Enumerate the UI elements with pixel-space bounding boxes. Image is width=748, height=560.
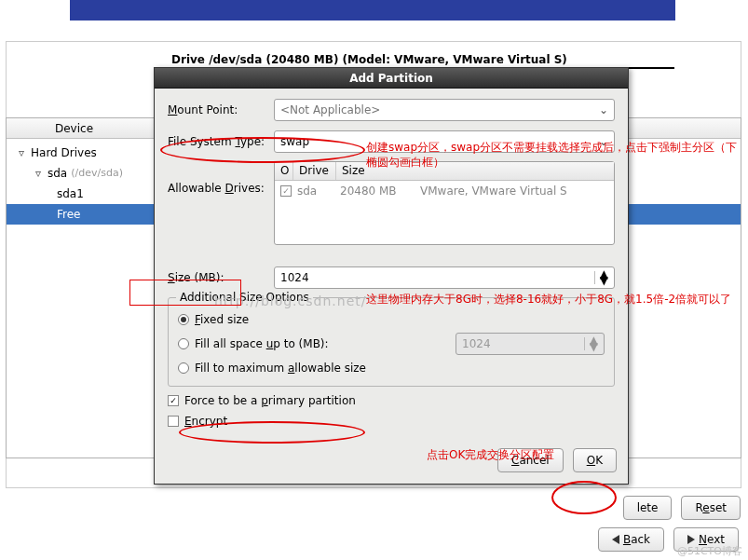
fill-up-to-spinbox: ▲▼ xyxy=(456,333,605,355)
fs-type-row: File System Type: swap ⌄ xyxy=(168,130,615,154)
radio-fill-max-row[interactable]: Fill to maximum allowable size xyxy=(178,356,605,380)
checkbox-label: Force to be a primary partition xyxy=(184,394,356,407)
force-primary-row[interactable]: ✓ Force to be a primary partition xyxy=(168,394,615,407)
drives-table-row[interactable]: ✓ sda 20480 MB VMware, VMware Virtual S xyxy=(275,181,614,201)
col-size: Size xyxy=(336,162,614,180)
size-spinbox[interactable]: ▲▼ xyxy=(274,266,615,289)
tree-label: sda1 xyxy=(57,184,84,204)
fs-type-label: File System Type: xyxy=(168,135,274,148)
size-input[interactable] xyxy=(280,271,594,284)
mount-point-label: Mount Point: xyxy=(168,103,274,116)
allowable-drives-row: Allowable Drives: O Drive Size ✓ sda 204… xyxy=(168,161,615,245)
size-label: Size (MB): xyxy=(168,271,274,284)
checkbox-label: Encrypt xyxy=(184,415,227,428)
cancel-button[interactable]: Cancel xyxy=(497,448,564,472)
col-check: O xyxy=(275,162,293,180)
back-button[interactable]: Back xyxy=(598,527,664,552)
drives-table-header: O Drive Size xyxy=(275,162,614,181)
chevron-down-icon: ⌄ xyxy=(599,135,608,148)
tree-label: Hard Drives xyxy=(31,143,97,163)
encrypt-row[interactable]: Encrypt xyxy=(168,415,615,428)
panel-buttons: lete Reset xyxy=(623,496,741,520)
combo-value: swap xyxy=(280,135,309,148)
tree-label: sda xyxy=(48,163,67,184)
size-row: Size (MB): ▲▼ xyxy=(168,266,615,290)
arrow-left-icon xyxy=(612,535,619,544)
tree-label: Free xyxy=(57,204,80,225)
group-legend: Additional Size Options xyxy=(176,291,313,304)
radio-fill-up-to[interactable] xyxy=(178,338,189,349)
radio-label: Fixed size xyxy=(195,313,249,326)
allowable-drives-table[interactable]: O Drive Size ✓ sda 20480 MB VMware, VMwa… xyxy=(274,161,615,245)
combo-value: <Not Applicable> xyxy=(280,103,380,116)
reset-button[interactable]: Reset xyxy=(681,496,741,520)
arrow-right-icon xyxy=(687,535,695,544)
drive-checkbox[interactable]: ✓ xyxy=(280,185,292,197)
radio-label: Fill to maximum allowable size xyxy=(195,362,366,375)
radio-fixed-size[interactable] xyxy=(178,314,189,325)
expand-icon[interactable]: ▿ xyxy=(16,143,27,163)
ok-button[interactable]: OK xyxy=(573,448,617,472)
expand-icon[interactable]: ▿ xyxy=(33,163,44,184)
dialog-title: Add Partition xyxy=(155,68,628,89)
drive-size: 20480 MB xyxy=(340,184,415,198)
spin-arrows: ▲▼ xyxy=(584,337,598,350)
fill-up-to-input xyxy=(462,337,584,350)
corner-watermark: @51CTO博客 xyxy=(677,544,742,558)
allowable-drives-label: Allowable Drives: xyxy=(168,182,274,195)
mount-point-combo[interactable]: <Not Applicable> ⌄ xyxy=(274,99,615,121)
radio-fill-max[interactable] xyxy=(178,362,189,374)
fs-type-combo[interactable]: swap ⌄ xyxy=(274,130,615,153)
drive-name: sda xyxy=(297,184,334,198)
spin-arrows[interactable]: ▲▼ xyxy=(594,271,608,284)
radio-fixed-size-row[interactable]: Fixed size xyxy=(178,307,605,332)
tree-label-path: (/dev/sda) xyxy=(71,163,123,184)
delete-button[interactable]: lete xyxy=(623,496,673,520)
additional-size-options-group: Additional Size Options Fixed size Fill … xyxy=(168,297,615,387)
force-primary-checkbox[interactable]: ✓ xyxy=(168,395,179,406)
add-partition-dialog: Add Partition Mount Point: <Not Applicab… xyxy=(154,67,629,485)
radio-fill-up-to-row[interactable]: Fill all space up to (MB): ▲▼ xyxy=(178,332,605,356)
drive-model: VMware, VMware Virtual S xyxy=(420,184,567,198)
dialog-button-bar: Cancel OK xyxy=(155,439,628,484)
installer-top-bar xyxy=(70,0,675,20)
radio-label: Fill all space up to (MB): xyxy=(195,337,329,350)
drive-info-label: Drive /dev/sda (20480 MB) (Model: VMware… xyxy=(171,53,567,66)
encrypt-checkbox[interactable] xyxy=(168,416,179,427)
chevron-down-icon: ⌄ xyxy=(599,103,608,116)
mount-point-row: Mount Point: <Not Applicable> ⌄ xyxy=(168,98,615,122)
col-drive: Drive xyxy=(293,162,336,180)
